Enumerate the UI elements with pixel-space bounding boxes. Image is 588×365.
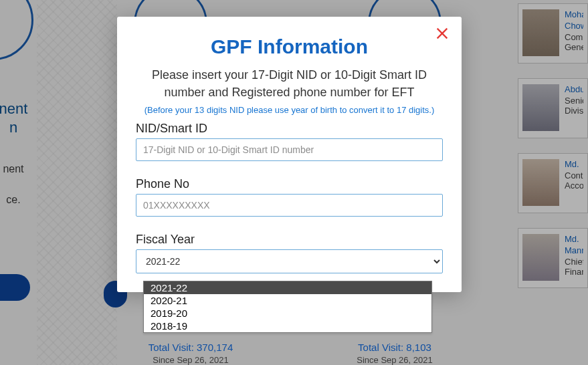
- close-icon: [435, 26, 450, 41]
- fiscal-year-label: Fiscal Year: [136, 233, 443, 247]
- phone-label: Phone No: [136, 177, 443, 191]
- modal-hint: (Before your 13 digits NID please use ye…: [136, 105, 443, 115]
- fy-option[interactable]: 2021-22: [144, 281, 431, 294]
- close-button[interactable]: [435, 26, 450, 41]
- nid-label: NID/Smart ID: [136, 122, 443, 136]
- fy-option[interactable]: 2020-21: [144, 294, 431, 307]
- phone-input[interactable]: [136, 194, 443, 217]
- fiscal-year-dropdown: 2021-22 2020-21 2019-20 2018-19: [143, 281, 432, 333]
- fy-option[interactable]: 2018-19: [144, 320, 431, 332]
- gpf-info-modal: GPF Information Please insert your 17-Di…: [117, 17, 462, 292]
- modal-subtitle: Please insert your 17-Digit NID or 10-Di…: [136, 66, 443, 101]
- nid-input[interactable]: [136, 138, 443, 161]
- modal-title: GPF Information: [136, 35, 443, 58]
- fy-option[interactable]: 2019-20: [144, 307, 431, 320]
- fiscal-year-select[interactable]: 2021-22: [136, 249, 443, 273]
